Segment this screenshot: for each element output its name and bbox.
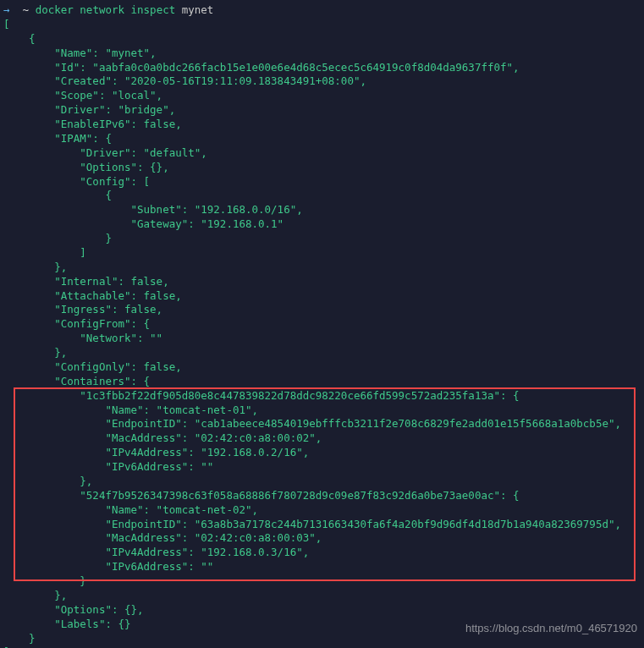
prompt-arrow: →: [3, 3, 10, 16]
json-line: "Scope": "local",: [3, 89, 641, 103]
json-line: {: [3, 189, 641, 203]
json-line: "Attachable": false,: [3, 289, 641, 304]
json-line: "IPv4Address": "192.168.0.2/16",: [3, 446, 641, 460]
json-line: "Options": {},: [3, 161, 641, 175]
json-line: "IPv4Address": "192.168.0.3/16",: [3, 546, 641, 560]
json-line: ]: [3, 246, 641, 261]
json-line: "Containers": {: [3, 375, 641, 389]
json-line: },: [3, 589, 641, 603]
json-line: "Options": {},: [3, 603, 641, 618]
json-line: "EndpointID": "cab1abeece4854019ebfffcb3…: [3, 417, 641, 431]
json-line: }: [3, 574, 641, 589]
json-line: },: [3, 261, 641, 275]
command-arg: mynet: [182, 3, 214, 16]
json-line: "Network": "": [3, 332, 641, 346]
json-line: "Id": "aabfa0c0a0bdc266facb15e1e00e6e4d6…: [3, 61, 641, 75]
json-line: "EnableIPv6": false,: [3, 118, 641, 132]
json-line: "ConfigOnly": false,: [3, 360, 641, 375]
json-line: "Gateway": "192.168.0.1": [3, 217, 641, 232]
json-line: "Config": [: [3, 175, 641, 189]
json-line: "Ingress": false,: [3, 303, 641, 317]
json-line: "MacAddress": "02:42:c0:a8:00:03",: [3, 531, 641, 546]
json-line: },: [3, 475, 641, 489]
json-line: "MacAddress": "02:42:c0:a8:00:02",: [3, 431, 641, 446]
json-line: "ConfigFrom": {: [3, 317, 641, 332]
json-line: "IPv6Address": "": [3, 560, 641, 574]
json-line: "Subnet": "192.168.0.0/16",: [3, 203, 641, 217]
terminal-output: → ~ docker network inspect mynet [ { "Na…: [3, 3, 641, 648]
json-line: "Name": "tomcat-net-02",: [3, 503, 641, 518]
json-line: "1c3fbb2f22df905d80e8c447839822d78ddc982…: [3, 389, 641, 404]
json-line: "Name": "tomcat-net-01",: [3, 404, 641, 418]
command-line[interactable]: → ~ docker network inspect mynet: [3, 3, 641, 18]
json-line: },: [3, 346, 641, 360]
json-line: "IPv6Address": "": [3, 460, 641, 475]
json-line: "Driver": "bridge",: [3, 103, 641, 118]
json-line: "Driver": "default",: [3, 146, 641, 161]
json-line: "IPAM": {: [3, 132, 641, 146]
command-text: docker network inspect: [36, 3, 176, 16]
json-line: "Created": "2020-05-16T19:11:09.18384349…: [3, 74, 641, 89]
watermark-text: https://blog.csdn.net/m0_46571920: [465, 621, 637, 636]
json-line: [: [3, 18, 641, 32]
json-line: }: [3, 232, 641, 246]
prompt-tilde: ~: [23, 3, 30, 16]
json-line: "EndpointID": "63a8b3a7178c244b713166343…: [3, 518, 641, 532]
json-line: "Name": "mynet",: [3, 47, 641, 61]
json-line: "524f7b9526347398c63f058a68886f780728d9c…: [3, 489, 641, 503]
json-line: "Internal": false,: [3, 275, 641, 289]
json-line: {: [3, 32, 641, 47]
